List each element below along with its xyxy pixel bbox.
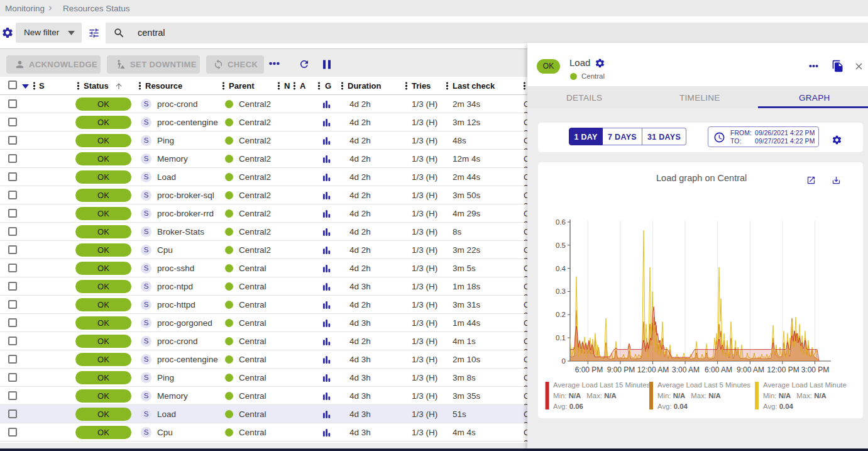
svg-text:Avg: 0.04: Avg: 0.04 [657,403,688,410]
svg-text:6:00 PM: 6:00 PM [575,365,603,374]
svg-text:6:00 AM: 6:00 AM [705,365,732,374]
svg-text:Avg: 0.04: Avg: 0.04 [763,403,794,410]
svg-text:Avg: 0.06: Avg: 0.06 [553,403,583,410]
svg-text:Min: N/AMax: N/A: Min: N/AMax: N/A [763,392,827,399]
svg-text:9:00 AM: 9:00 AM [737,365,764,374]
svg-text:0.3: 0.3 [556,287,566,295]
svg-text:Min: N/AMax: N/A: Min: N/AMax: N/A [657,392,721,399]
svg-text:Average Load Last 15 Minutes: Average Load Last 15 Minutes [553,381,651,389]
svg-text:9:00 PM: 9:00 PM [607,365,635,374]
svg-text:0.5: 0.5 [556,242,566,249]
svg-text:3:00 PM: 3:00 PM [801,365,830,374]
svg-text:12:00 AM: 12:00 AM [637,365,669,374]
svg-text:12:00 PM: 12:00 PM [767,365,799,374]
svg-text:Min: N/AMax: N/A: Min: N/AMax: N/A [553,392,617,399]
svg-text:0.2: 0.2 [556,311,566,318]
svg-text:0.6: 0.6 [556,218,566,226]
svg-text:3:00 AM: 3:00 AM [672,365,700,374]
svg-text:0.4: 0.4 [556,265,566,272]
svg-text:Average Load Last Minute: Average Load Last Minute [763,381,847,389]
svg-text:Average Load Last 5 Minutes: Average Load Last 5 Minutes [657,381,750,389]
svg-text:0.1: 0.1 [556,334,566,342]
svg-text:0: 0 [562,357,566,365]
